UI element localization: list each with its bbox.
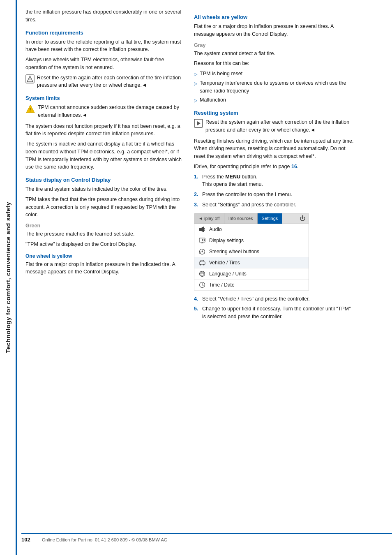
bullet-arrow-icon: ▷ xyxy=(194,80,197,87)
intro-text: the tire inflation pressure has dropped … xyxy=(25,8,186,24)
green-para2: "TPM active" is displayed on the Control… xyxy=(25,240,186,248)
resetting-note: Reset the system again after each correc… xyxy=(194,118,354,134)
ui-menu-time[interactable]: Time / Date xyxy=(194,280,309,291)
func-req-para2: Always use wheels with TPM electronics, … xyxy=(25,56,186,72)
green-para1: The tire pressure matches the learned se… xyxy=(25,230,186,238)
svg-point-15 xyxy=(202,251,203,252)
ui-tab-iplayoff[interactable]: ◄ iplay off xyxy=(194,213,224,224)
bullet-text-2: Temporary interference due to systems or… xyxy=(200,79,354,95)
vehicle-icon xyxy=(198,259,206,266)
function-requirements-section: Function requirements In order to assure… xyxy=(25,30,186,90)
list-item: 4. Select "Vehicle / Tires" and press th… xyxy=(194,295,354,303)
step-num-1: 1. xyxy=(194,173,200,181)
sidebar: Technology for comfort, convenience and … xyxy=(0,0,16,555)
step-text-2: Press the controller to open the i menu. xyxy=(202,191,292,199)
list-item: ▷ Temporary interference due to systems … xyxy=(194,79,354,95)
all-wheels-yellow-para1: Flat tire or a major drop in inflation p… xyxy=(194,23,354,38)
resetting-heading: Resetting system xyxy=(194,110,354,116)
ui-menu-vehicle-label: Vehicle / Tires xyxy=(209,260,240,266)
bullet-arrow-icon: ▷ xyxy=(194,71,197,78)
resetting-note-text: Reset the system again after each correc… xyxy=(205,118,354,134)
ui-menu-steering[interactable]: Steering wheel buttons xyxy=(194,246,309,257)
step-num-2: 2. xyxy=(194,191,200,199)
warning-icon: ! xyxy=(25,104,35,114)
step-text-5: Change to upper field if necessary. Turn… xyxy=(202,305,354,321)
system-limits-warning-text: TPM cannot announce sudden serious tire … xyxy=(38,104,186,119)
gray-para2: Reasons for this can be: xyxy=(194,60,354,67)
ui-menu-vehicle[interactable]: Vehicle / Tires xyxy=(194,257,309,268)
footer-text: Online Edition for Part no. 01 41 2 600 … xyxy=(42,537,167,542)
note-icon xyxy=(25,74,35,83)
page-link[interactable]: 16 xyxy=(291,164,297,169)
step-text-4: Select "Vehicle / Tires" and press the c… xyxy=(202,295,310,303)
func-req-note: Reset the system again after each correc… xyxy=(25,74,186,90)
svg-point-20 xyxy=(200,264,201,265)
audio-icon xyxy=(198,226,206,233)
func-req-para1: In order to assure the reliable reportin… xyxy=(25,38,186,54)
status-display-para2: TPM takes the fact that the tire pressur… xyxy=(25,196,186,219)
status-display-section: Status display on Control Display The ti… xyxy=(25,177,186,276)
sys-limits-para1: The system does not function properly if… xyxy=(25,123,186,138)
steering-icon xyxy=(198,248,206,255)
ui-tab-power-icon: ⏻ xyxy=(296,215,309,222)
ui-menu-audio[interactable]: Audio xyxy=(194,224,309,235)
list-item: 2. Press the controller to open the i me… xyxy=(194,191,354,199)
sidebar-label: Technology for comfort, convenience and … xyxy=(5,202,12,353)
gray-section: Gray The system cannot detect a flat tir… xyxy=(194,42,354,104)
ui-menu-display-label: Display settings xyxy=(209,238,244,243)
ui-tab-infosources[interactable]: Info sources xyxy=(224,213,258,224)
step-text-1: Press the MENU button.This opens the sta… xyxy=(202,173,263,189)
step-num-5: 5. xyxy=(194,305,200,313)
ui-menu-display[interactable]: Display settings xyxy=(194,235,309,246)
list-item: ▷ Malfunction xyxy=(194,96,354,104)
system-limits-warning: ! TPM cannot announce sudden serious tir… xyxy=(25,104,186,119)
left-column: the tire inflation pressure has dropped … xyxy=(25,8,186,323)
blue-border-line xyxy=(16,0,17,555)
ui-tab-settings[interactable]: Settings xyxy=(258,213,283,224)
svg-marker-9 xyxy=(201,227,204,232)
bullet-text-1: TPM is being reset xyxy=(200,70,242,78)
sys-limits-para2: The system is inactive and cannot displa… xyxy=(25,140,186,171)
green-heading: Green xyxy=(25,223,186,229)
bottom-bar: 102 Online Edition for Part no. 01 41 2 … xyxy=(21,533,392,543)
steps-4-5: 4. Select "Vehicle / Tires" and press th… xyxy=(194,295,354,321)
ui-menu-audio-label: Audio xyxy=(209,227,222,232)
language-icon xyxy=(198,270,206,278)
bullet-arrow-icon: ▷ xyxy=(194,97,197,104)
ui-menu-language-label: Language / Units xyxy=(209,271,247,277)
gray-para1: The system cannot detect a flat tire. xyxy=(194,50,354,58)
step-text-3: Select "Settings" and press the controll… xyxy=(202,201,296,209)
list-item: ▷ TPM is being reset xyxy=(194,70,354,78)
bullet-text-3: Malfunction xyxy=(200,96,226,104)
reset-note-icon xyxy=(194,119,203,128)
list-item: 5. Change to upper field if necessary. T… xyxy=(194,305,354,321)
ui-menu-time-label: Time / Date xyxy=(209,282,235,288)
status-display-heading: Status display on Control Display xyxy=(25,177,186,183)
steps-1-3: 1. Press the MENU button.This opens the … xyxy=(194,173,354,209)
one-wheel-yellow-section: One wheel is yellow Flat tire or a major… xyxy=(25,253,186,276)
svg-rect-19 xyxy=(199,262,205,264)
green-section: Green The tire pressure matches the lear… xyxy=(25,223,186,248)
one-wheel-yellow-heading: One wheel is yellow xyxy=(25,253,186,259)
list-item: 3. Select "Settings" and press the contr… xyxy=(194,201,354,209)
time-icon xyxy=(198,281,206,289)
svg-marker-7 xyxy=(197,121,201,125)
ui-tab-bar: ◄ iplay off Info sources Settings ⏻ xyxy=(194,213,309,224)
step-num-4: 4. xyxy=(194,295,200,303)
ui-menu-steering-label: Steering wheel buttons xyxy=(209,249,259,254)
ui-menu-language[interactable]: Language / Units xyxy=(194,268,309,280)
ui-screenshot: ◄ iplay off Info sources Settings ⏻ Audi xyxy=(194,213,309,291)
resetting-section: Resetting system Reset the system again … xyxy=(194,110,354,321)
svg-line-27 xyxy=(202,285,203,286)
right-column: All wheels are yellow Flat tire or a maj… xyxy=(194,8,354,323)
main-content: the tire inflation pressure has dropped … xyxy=(21,0,392,331)
one-wheel-yellow-para1: Flat tire or a major drop in inflation p… xyxy=(25,261,186,276)
svg-rect-8 xyxy=(199,228,201,231)
all-wheels-yellow-heading: All wheels are yellow xyxy=(194,14,354,20)
func-req-note-text: Reset the system again after each correc… xyxy=(37,74,186,90)
resetting-para2: iDrive, for operating principle refer to… xyxy=(194,163,354,171)
svg-point-13 xyxy=(203,239,205,241)
status-display-para1: The tire and system status is indicated … xyxy=(25,185,186,193)
svg-point-21 xyxy=(203,264,205,265)
function-requirements-heading: Function requirements xyxy=(25,30,186,36)
